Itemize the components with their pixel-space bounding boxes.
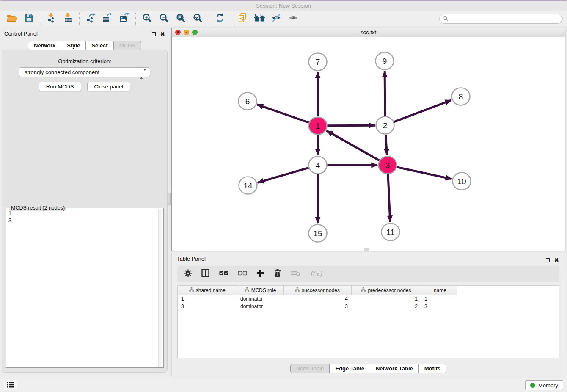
column-header-name[interactable]: name [421, 286, 457, 295]
export-table-button[interactable] [99, 12, 116, 25]
graph-edge-1-6[interactable] [257, 105, 309, 123]
graph-node-label-8: 8 [459, 92, 463, 101]
memory-button[interactable]: Memory [525, 380, 563, 390]
graph-node-label-2: 2 [383, 121, 388, 130]
column-header-MCDS-role[interactable]: MCDS role [237, 286, 284, 295]
refresh-layout-button[interactable] [212, 12, 228, 25]
close-panel-button[interactable]: Close panel [87, 82, 131, 91]
table-cell[interactable]: dominator [237, 303, 284, 310]
delete-column-button[interactable] [274, 269, 281, 279]
delete-table-button[interactable] [291, 270, 300, 278]
tab-select[interactable]: Select [86, 41, 113, 50]
graph-edge-2-8[interactable] [394, 100, 451, 122]
network-close-button[interactable]: ✕ [175, 30, 181, 35]
graph-edge-3-10[interactable] [396, 167, 451, 179]
open-folder-icon [6, 14, 18, 24]
import-table-icon [63, 13, 73, 25]
main-toolbar [0, 11, 567, 26]
control-panel-float-button[interactable] [152, 30, 156, 38]
tab-motifs[interactable]: Motifs [419, 364, 446, 373]
save-session-button[interactable] [20, 12, 37, 25]
column-header-predecessor-nodes[interactable]: predecessor nodes [351, 286, 421, 295]
table-cell[interactable]: 3 [421, 303, 457, 310]
dropdown-stepper-icon [140, 69, 146, 78]
table-panel-tabbar: Node Table Edge Table Network Table Moti… [172, 364, 565, 373]
table-row[interactable]: 1dominator411 [178, 295, 457, 303]
result-scrollbar[interactable] [158, 209, 162, 367]
zoom-fit-button[interactable] [172, 12, 189, 25]
optimization-criterion-label: Optimization criterion: [2, 58, 167, 64]
export-network-button[interactable] [82, 12, 99, 25]
graph-node-label-4: 4 [316, 161, 320, 170]
network-graph[interactable]: 7968124314101511 [172, 37, 565, 251]
zoom-in-button[interactable] [138, 12, 155, 25]
table-cell[interactable]: 1 [351, 295, 421, 303]
table-cell[interactable]: 3 [284, 303, 351, 310]
graph-edge-3-1[interactable] [327, 131, 380, 160]
graph-node-label-6: 6 [245, 97, 250, 106]
network-window-titlebar[interactable]: ✕ − + scc.txt [172, 28, 565, 37]
zoom-selected-button[interactable] [189, 12, 206, 25]
criterion-dropdown[interactable]: strongly connected component [19, 67, 150, 77]
table-cell[interactable]: dominator [237, 295, 284, 303]
graph-node-label-1: 1 [316, 121, 320, 130]
search-field-wrap [439, 14, 563, 24]
mcds-result-text[interactable]: 1 3 [8, 210, 157, 366]
table-cell[interactable]: 2 [351, 303, 421, 310]
pane-divider-grip[interactable] [364, 248, 369, 251]
graph-edge-3-11[interactable] [388, 174, 390, 222]
open-session-button[interactable] [3, 12, 20, 25]
tab-style[interactable]: Style [61, 41, 86, 50]
select-all-button[interactable] [219, 270, 228, 278]
show-columns-button[interactable] [201, 269, 210, 279]
tree-icon [245, 287, 249, 292]
table-cell[interactable]: 1 [421, 295, 457, 303]
network-overview-button[interactable] [251, 12, 268, 25]
table-cell[interactable]: 3 [178, 303, 237, 310]
control-panel-close-button[interactable]: ✖ [160, 32, 165, 36]
window-titlebar[interactable]: Session: New Session [0, 1, 567, 11]
tab-edge-table[interactable]: Edge Table [330, 364, 370, 373]
zoom-out-button[interactable] [155, 12, 172, 25]
graph-node-label-9: 9 [383, 57, 387, 66]
column-header-shared-name[interactable]: shared name [178, 286, 237, 295]
table-cell[interactable]: 1 [178, 295, 237, 303]
table-panel-float-button[interactable] [546, 256, 550, 264]
table-panel: Table Panel ✖ f(x) shared nameMCDS roles… [171, 253, 565, 376]
status-bar: Memory [0, 378, 567, 392]
tab-node-table[interactable]: Node Table [290, 364, 330, 373]
function-builder-button[interactable]: f(x) [310, 270, 322, 278]
control-panel-title: Control Panel [4, 30, 38, 37]
deselect-all-button[interactable] [238, 270, 247, 278]
table-cell[interactable]: 4 [284, 295, 351, 303]
table-row[interactable]: 3dominator323 [178, 303, 457, 310]
pane-divider-grip[interactable] [168, 193, 171, 205]
tab-network[interactable]: Network [28, 41, 61, 50]
export-image-button[interactable] [116, 12, 133, 25]
import-table-button[interactable] [60, 12, 77, 25]
network-maximize-button[interactable]: + [192, 30, 198, 35]
graph-edge-2-3[interactable] [385, 135, 387, 155]
network-canvas[interactable]: 7968124314101511 [172, 37, 565, 251]
import-network-button[interactable] [43, 12, 60, 25]
clone-network-button[interactable] [234, 12, 251, 25]
column-header-successor-nodes[interactable]: successor nodes [284, 286, 351, 295]
node-table-container[interactable]: shared nameMCDS rolesuccessor nodesprede… [177, 285, 559, 358]
memory-label: Memory [538, 382, 558, 389]
run-mcds-button[interactable]: Run MCDS [39, 82, 81, 91]
network-minimize-button[interactable]: − [184, 30, 189, 35]
graph-edge-4-14[interactable] [258, 168, 309, 182]
show-all-button[interactable] [285, 12, 302, 25]
graph-edge-1-2[interactable] [327, 125, 375, 126]
clone-network-icon [237, 13, 248, 25]
task-history-button[interactable] [4, 381, 17, 390]
table-settings-button[interactable] [184, 269, 192, 279]
control-panel: Control Panel ✖ Network Style Select MCD… [0, 26, 169, 373]
search-input[interactable] [439, 14, 563, 24]
add-column-button[interactable] [256, 269, 264, 279]
tab-mcds[interactable]: MCDS [114, 41, 141, 50]
tab-network-table[interactable]: Network Table [370, 364, 419, 373]
table-panel-close-button[interactable]: ✖ [554, 258, 559, 262]
graph-edge-2-9[interactable] [385, 71, 385, 116]
hide-selected-button[interactable] [268, 12, 285, 25]
